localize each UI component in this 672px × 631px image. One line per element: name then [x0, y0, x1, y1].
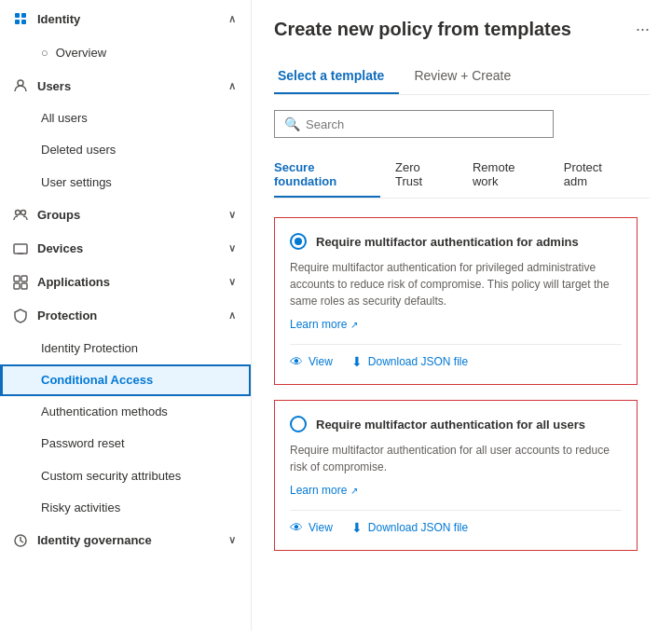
policy-card-1-actions: 👁 View ⬇ Download JSON file: [290, 344, 622, 369]
sidebar-item-deleted-users[interactable]: Deleted users: [0, 134, 251, 166]
sidebar-item-risky-activities[interactable]: Risky activities: [0, 492, 251, 524]
policy-card-1-header: Require multifactor authentication for a…: [290, 233, 622, 250]
user-settings-label: User settings: [41, 175, 112, 189]
cat-tab-protect-adm[interactable]: Protect adm: [564, 153, 635, 198]
identity-chevron-icon: ∧: [228, 13, 236, 25]
sidebar-item-auth-methods[interactable]: Authentication methods: [0, 396, 251, 428]
conditional-access-label: Conditional Access: [41, 373, 153, 387]
svg-rect-9: [21, 276, 27, 281]
sidebar-users-header[interactable]: Users ∧: [0, 69, 251, 103]
sidebar-groups-label: Groups: [37, 208, 80, 222]
sidebar-identity-header[interactable]: Identity ∧: [0, 0, 251, 37]
sidebar-item-all-users[interactable]: All users: [0, 103, 251, 134]
devices-chevron-icon: ∨: [228, 242, 236, 254]
sidebar-item-conditional-access[interactable]: Conditional Access: [0, 364, 251, 396]
page-title: Create new policy from templates: [274, 19, 571, 40]
category-tabs: Secure foundation Zero Trust Remote work…: [274, 153, 650, 199]
sidebar-devices-header[interactable]: Devices ∨: [0, 232, 251, 266]
view-icon: 👁: [290, 354, 303, 369]
page-header: Create new policy from templates ···: [274, 19, 650, 40]
search-icon: 🔍: [284, 117, 300, 131]
policy-card-1-view-btn[interactable]: 👁 View: [290, 354, 333, 369]
applications-icon: [11, 273, 30, 292]
risky-activities-label: Risky activities: [41, 501, 120, 514]
sidebar-devices-label: Devices: [37, 241, 83, 255]
sidebar-identity-label: Identity: [37, 12, 80, 26]
groups-icon: [11, 206, 30, 225]
svg-rect-0: [15, 13, 20, 18]
protection-icon: [11, 307, 30, 325]
groups-chevron-icon: ∨: [228, 209, 236, 221]
learn-more-external-icon: ↗: [350, 320, 358, 330]
all-users-label: All users: [41, 111, 88, 125]
tab-review-create[interactable]: Review + Create: [410, 59, 526, 94]
policy-card-2: Require multifactor authentication for a…: [274, 400, 638, 551]
auth-methods-label: Authentication methods: [41, 405, 168, 418]
policy-card-1: Require multifactor authentication for a…: [274, 217, 638, 385]
policy-card-1-radio[interactable]: [290, 233, 307, 250]
svg-rect-10: [14, 283, 20, 289]
policy-cards-area: Require multifactor authentication for a…: [274, 217, 650, 551]
cat-tab-remote-work[interactable]: Remote work: [473, 153, 549, 198]
sidebar-item-identity-protection[interactable]: Identity Protection: [0, 333, 251, 364]
policy-card-1-desc: Require multifactor authentication for p…: [290, 259, 622, 309]
tab-select-template[interactable]: Select a template: [274, 59, 399, 94]
devices-icon: [11, 240, 30, 258]
policy-card-1-learn-more[interactable]: Learn more ↗: [290, 318, 358, 331]
svg-rect-2: [15, 20, 20, 24]
svg-point-4: [18, 80, 23, 86]
download-icon: ⬇: [351, 354, 363, 369]
identity-icon: [11, 9, 30, 28]
sidebar-overview-label: Overview: [56, 45, 106, 62]
deleted-users-label: Deleted users: [41, 143, 116, 157]
sidebar-item-overview[interactable]: ○ Overview: [0, 37, 251, 69]
policy-card-1-download-btn[interactable]: ⬇ Download JSON file: [351, 354, 468, 369]
policy-card-2-header: Require multifactor authentication for a…: [290, 416, 622, 432]
svg-rect-8: [14, 276, 20, 281]
users-icon: [11, 76, 30, 95]
sidebar-protection-header[interactable]: Protection ∧: [0, 299, 251, 333]
policy-card-2-download-btn[interactable]: ⬇ Download JSON file: [351, 520, 468, 535]
overview-icon: ○: [41, 45, 48, 62]
applications-chevron-icon: ∨: [228, 276, 236, 288]
policy-card-2-radio[interactable]: [290, 416, 307, 432]
cat-tab-zero-trust[interactable]: Zero Trust: [395, 153, 458, 198]
svg-point-6: [21, 210, 26, 214]
download-2-icon: ⬇: [351, 520, 363, 535]
users-chevron-icon: ∧: [228, 80, 236, 92]
sidebar-item-user-settings[interactable]: User settings: [0, 167, 251, 199]
svg-rect-11: [21, 283, 27, 289]
custom-security-label: Custom security attributes: [41, 469, 181, 483]
learn-more-2-external-icon: ↗: [350, 486, 358, 496]
policy-card-2-actions: 👁 View ⬇ Download JSON file: [290, 510, 622, 535]
search-box[interactable]: 🔍: [274, 110, 554, 138]
policy-card-1-title: Require multifactor authentication for a…: [316, 235, 579, 249]
identity-governance-label: Identity governance: [37, 533, 152, 547]
protection-chevron-icon: ∧: [228, 309, 236, 322]
identity-protection-label: Identity Protection: [41, 341, 138, 355]
sidebar-groups-header[interactable]: Groups ∨: [0, 199, 251, 232]
top-tabs: Select a template Review + Create: [274, 59, 650, 95]
sidebar-item-custom-security[interactable]: Custom security attributes: [0, 460, 251, 492]
sidebar-users-label: Users: [37, 79, 71, 93]
view-2-icon: 👁: [290, 520, 303, 535]
more-options-icon[interactable]: ···: [636, 20, 650, 39]
main-content: Create new policy from templates ··· Sel…: [252, 0, 672, 631]
policy-card-2-learn-more[interactable]: Learn more ↗: [290, 484, 358, 497]
identity-governance-icon: [11, 531, 30, 550]
svg-rect-3: [21, 20, 26, 24]
policy-card-2-view-btn[interactable]: 👁 View: [290, 520, 333, 535]
identity-governance-chevron-icon: ∨: [228, 534, 236, 546]
search-input[interactable]: [306, 117, 543, 131]
sidebar-applications-label: Applications: [37, 275, 110, 289]
svg-point-5: [16, 210, 21, 214]
cat-tab-secure-foundation[interactable]: Secure foundation: [274, 153, 380, 198]
password-reset-label: Password reset: [41, 436, 125, 450]
sidebar-identity-governance-header[interactable]: Identity governance ∨: [0, 524, 251, 557]
sidebar-protection-label: Protection: [37, 309, 97, 322]
policy-card-2-title: Require multifactor authentication for a…: [316, 418, 585, 432]
sidebar-item-password-reset[interactable]: Password reset: [0, 428, 251, 460]
sidebar-applications-header[interactable]: Applications ∨: [0, 266, 251, 299]
sidebar: Identity ∧ ○ Overview Users ∧ All users …: [0, 0, 252, 631]
svg-rect-1: [21, 13, 26, 18]
